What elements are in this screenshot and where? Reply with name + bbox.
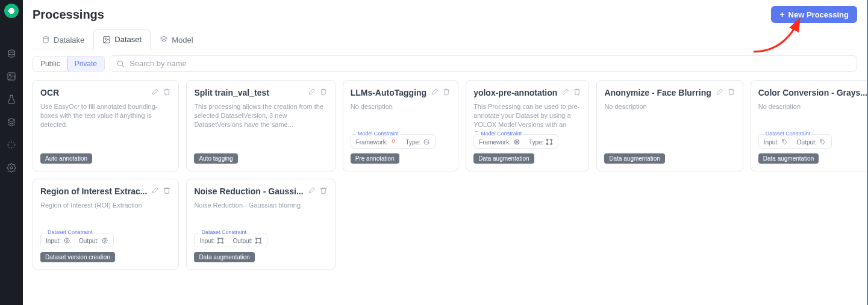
card-description: Use EasyOcr to fill annotated bounding-b…	[40, 102, 171, 149]
card-title: Anonymize - Face Blurring	[604, 88, 711, 97]
model-constraint: Framework:Type:	[473, 134, 558, 149]
edit-icon[interactable]	[151, 186, 159, 197]
svg-point-0	[8, 50, 15, 52]
delete-icon[interactable]	[163, 88, 171, 99]
constraint-key: Framework:	[356, 139, 388, 146]
edit-icon[interactable]	[307, 88, 316, 99]
tab-dataset[interactable]: Dataset	[93, 29, 151, 49]
svg-point-3	[10, 167, 13, 169]
plus-icon: +	[779, 10, 784, 19]
model-constraint: Framework:Type:	[351, 134, 436, 149]
constraint-key: Input:	[46, 238, 61, 244]
constraint-key: Output:	[233, 238, 252, 244]
card-tag: Data augmentation	[758, 153, 819, 164]
search-icon	[116, 60, 125, 68]
filter-private[interactable]: Private	[67, 56, 105, 72]
dataset-constraint: Input:Output:	[758, 134, 832, 149]
card-description: Region of Interest (ROI) Extraction	[40, 201, 171, 230]
processing-card[interactable]: Noise Reduction - Gaussi...Noise Reducti…	[186, 179, 335, 270]
svg-point-21	[104, 240, 105, 242]
constraint-key: Output:	[797, 139, 817, 146]
card-title: Color Conversion - Grays...	[758, 88, 867, 97]
card-tag: Auto annotation	[40, 153, 92, 164]
processing-card[interactable]: Split train_val_testThis processing allo…	[186, 80, 335, 171]
tab-model[interactable]: Model	[151, 29, 202, 49]
svg-point-16	[783, 140, 784, 141]
delete-icon[interactable]	[319, 88, 328, 99]
delete-icon[interactable]	[573, 88, 581, 99]
layers-nav-icon[interactable]	[6, 117, 17, 128]
processing-nav-icon[interactable]	[6, 140, 17, 150]
card-title: Noise Reduction - Gaussi...	[194, 186, 303, 196]
svg-point-4	[43, 37, 48, 39]
card-tag: Data augmentation	[194, 252, 255, 262]
processing-card[interactable]: yolox-pre-annotationThis Processing can …	[466, 80, 589, 171]
constraint-key: Framework:	[479, 139, 511, 146]
card-title: OCR	[40, 88, 147, 97]
tab-label: Datalake	[54, 35, 84, 45]
processing-card[interactable]: OCRUse EasyOcr to fill annotated boundin…	[33, 80, 179, 171]
constraint-key: Input:	[764, 139, 779, 146]
new-processing-label: New Processing	[788, 10, 849, 19]
constraint-key: Type:	[529, 139, 543, 146]
svg-point-7	[117, 61, 122, 66]
processing-grid: OCRUse EasyOcr to fill annotated boundin…	[23, 78, 867, 280]
image-nav-icon[interactable]	[6, 71, 17, 82]
card-description: Noise Reduction - Gaussian blurring	[194, 201, 327, 230]
card-tag: Auto tagging	[194, 153, 237, 164]
filter-row: Public Private	[23, 49, 867, 78]
card-title: yolox-pre-annotation	[473, 88, 557, 97]
card-description: This Processing can be used to pre-annot…	[473, 102, 581, 132]
settings-nav-icon[interactable]	[6, 162, 17, 173]
page-title: Processings	[33, 8, 104, 22]
edit-icon[interactable]	[715, 88, 723, 99]
main-content: Processings + New Processing DatalakeDat…	[23, 0, 868, 305]
delete-icon[interactable]	[727, 88, 735, 99]
delete-icon[interactable]	[442, 88, 451, 99]
svg-point-19	[66, 240, 68, 242]
tab-label: Dataset	[114, 35, 142, 44]
new-processing-button[interactable]: + New Processing	[771, 6, 857, 23]
delete-icon[interactable]	[319, 186, 328, 197]
svg-point-17	[820, 140, 822, 141]
filter-public[interactable]: Public	[33, 57, 67, 71]
card-title: Region of Interest Extrac...	[40, 186, 147, 196]
svg-point-18	[64, 238, 69, 243]
processing-card[interactable]: Anonymize - Face BlurringNo descriptionD…	[596, 80, 743, 171]
card-description: No description	[604, 102, 735, 149]
svg-point-20	[102, 238, 107, 243]
card-title: LLMs-AutoTagging	[351, 88, 427, 97]
tab-datalake[interactable]: Datalake	[33, 29, 93, 49]
dataset-constraint: Input:Output:	[194, 233, 267, 247]
card-tag: Data augmentation	[473, 153, 534, 164]
constraint-key: Output:	[79, 238, 99, 244]
tabs: DatalakeDatasetModel	[33, 29, 857, 49]
search-box[interactable]	[110, 55, 857, 72]
dataset-constraint: Input:Output:	[40, 233, 114, 247]
app-logo[interactable]	[4, 4, 19, 18]
edit-icon[interactable]	[307, 186, 316, 197]
visibility-filter: Public Private	[33, 56, 105, 72]
card-description: No description	[351, 102, 451, 132]
processing-card[interactable]: Region of Interest Extrac...Region of In…	[33, 179, 179, 270]
edit-icon[interactable]	[151, 88, 159, 99]
card-tag: Data augmentation	[604, 153, 665, 164]
card-description: No description	[758, 102, 868, 132]
constraint-key: Type:	[405, 139, 420, 146]
card-tag: Pre annotation	[351, 153, 399, 164]
processing-card[interactable]: Color Conversion - Grays...No descriptio…	[751, 80, 868, 171]
search-input[interactable]	[130, 59, 851, 68]
datalake-nav-icon[interactable]	[6, 48, 17, 59]
card-tag: Dataset version creation	[40, 252, 115, 262]
svg-point-6	[105, 38, 106, 39]
header: Processings + New Processing DatalakeDat…	[23, 0, 867, 49]
processing-card[interactable]: LLMs-AutoTaggingNo descriptionFramework:…	[343, 80, 459, 171]
edit-icon[interactable]	[430, 88, 439, 99]
tab-label: Model	[172, 35, 193, 45]
card-description: This processing allows the creation from…	[194, 102, 327, 149]
experiment-nav-icon[interactable]	[6, 94, 17, 105]
edit-icon[interactable]	[561, 88, 569, 99]
constraint-key: Input:	[199, 238, 214, 244]
delete-icon[interactable]	[163, 186, 171, 197]
card-title: Split train_val_test	[194, 88, 303, 97]
